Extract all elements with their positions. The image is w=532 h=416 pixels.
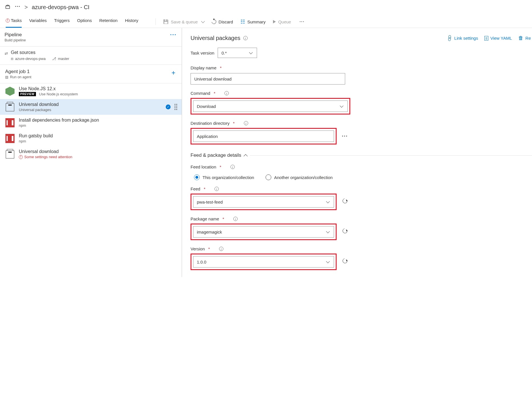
info-icon[interactable]: i <box>233 217 238 221</box>
play-icon <box>273 20 276 23</box>
pipeline-tree: Pipeline Build pipeline ··· ⇄ Get source… <box>0 28 182 277</box>
toolbar-overflow[interactable]: ··· <box>300 19 305 24</box>
task-npm-install[interactable]: Install dependencies from package.json n… <box>0 115 182 130</box>
task-title: Install dependencies from package.json <box>19 118 99 123</box>
drag-handle[interactable] <box>175 104 177 110</box>
breadcrumb-separator: > <box>25 4 28 11</box>
server-icon <box>5 75 8 79</box>
tab-tasks[interactable]: ! Tasks <box>6 16 22 28</box>
chevron-down-icon <box>326 260 330 263</box>
agent-job-row[interactable]: Agent job 1 Run on agent + <box>0 65 182 83</box>
save-icon <box>163 19 169 24</box>
tab-retention[interactable]: Retention <box>99 16 118 28</box>
refresh-version-button[interactable] <box>341 256 349 265</box>
required-asterisk: * <box>208 246 210 251</box>
alert-icon: ! <box>19 155 23 159</box>
queue-button[interactable]: Queue <box>273 19 291 24</box>
radio-other-org[interactable]: Another organization/collection <box>266 174 333 180</box>
highlighted-box <box>191 128 337 144</box>
check-icon: ✓ <box>166 104 171 109</box>
save-queue-button[interactable]: Save & queue <box>163 19 204 24</box>
package-icon <box>5 102 15 112</box>
version-select[interactable]: 1.0.0 <box>193 256 334 268</box>
add-task-button[interactable]: + <box>171 69 175 77</box>
highlighted-box: 1.0.0 <box>191 254 337 270</box>
action-label: View YAML <box>490 36 512 41</box>
task-node[interactable]: Use Node.JS 12.x PREVIEWUse Node.js ecos… <box>0 83 182 99</box>
select-value: Download <box>197 104 216 109</box>
feed-label: Feed <box>191 186 200 191</box>
button-label: Summary <box>247 19 266 24</box>
task-title: Use Node.JS 12.x <box>19 86 78 91</box>
list-icon: ☷ <box>240 19 245 25</box>
feed-select[interactable]: pwa-test-feed <box>193 196 334 208</box>
action-label: Re <box>525 36 531 41</box>
breadcrumb-more[interactable]: ··· <box>15 3 21 10</box>
task-gatsby-build[interactable]: Run gatsby build npm <box>0 130 182 146</box>
tab-history[interactable]: History <box>125 16 138 28</box>
version-label: Version <box>191 246 205 251</box>
required-asterisk: * <box>222 216 224 221</box>
branch-icon: ⎇ <box>52 57 56 61</box>
feed-location-label: Feed location <box>191 164 216 169</box>
package-name-label: Package name <box>191 216 219 221</box>
tab-label: Tasks <box>11 18 22 23</box>
required-asterisk: * <box>220 164 221 169</box>
info-icon[interactable]: i <box>219 247 223 251</box>
task-subtitle: npm <box>19 123 99 128</box>
command-select[interactable]: Download <box>193 101 348 112</box>
pipeline-header[interactable]: Pipeline Build pipeline ··· <box>0 28 182 47</box>
toolbar-separator <box>155 18 156 25</box>
required-asterisk: * <box>220 65 222 70</box>
display-name-input[interactable] <box>191 73 345 85</box>
nodejs-icon <box>5 87 15 96</box>
npm-icon <box>5 134 15 143</box>
package-name-select[interactable]: imagemagick <box>193 226 334 238</box>
highlighted-box: Download <box>191 98 350 114</box>
breadcrumb: ··· > azure-devops-pwa - CI <box>0 0 532 16</box>
pipeline-more[interactable]: ··· <box>170 31 177 38</box>
task-version-select[interactable]: 0.* <box>218 48 257 58</box>
info-icon[interactable]: i <box>244 121 248 125</box>
summary-button[interactable]: ☷ Summary <box>240 19 266 25</box>
yaml-icon <box>484 36 488 41</box>
section-divider <box>250 155 532 156</box>
link-settings-button[interactable]: 🔗 Link settings <box>447 35 478 41</box>
dest-dir-input[interactable] <box>193 130 334 142</box>
task-universal-download-2[interactable]: Universal download !Some settings need a… <box>0 146 182 162</box>
package-icon <box>5 149 15 159</box>
tab-triggers[interactable]: Triggers <box>54 16 70 28</box>
task-title: Universal download <box>19 102 59 107</box>
refresh-feed-button[interactable] <box>341 196 349 205</box>
task-subtitle: PREVIEWUse Node.js ecosystem <box>19 92 78 96</box>
info-icon[interactable]: i <box>224 91 229 95</box>
npm-icon <box>5 118 15 128</box>
button-label: Queue <box>278 19 291 24</box>
view-yaml-button[interactable]: View YAML <box>484 35 512 41</box>
svg-rect-0 <box>6 6 10 9</box>
discard-button[interactable]: Discard <box>212 19 233 24</box>
action-label: Link settings <box>454 36 478 41</box>
toolbar: Save & queue Discard ☷ Summary Queue ··· <box>155 18 305 25</box>
section-feed-details[interactable]: Feed & package details <box>191 152 532 158</box>
breadcrumb-title[interactable]: azure-devops-pwa - CI <box>32 4 89 11</box>
task-subtitle: Universal packages <box>19 108 59 112</box>
info-icon[interactable]: i <box>230 165 235 169</box>
task-settings-panel: Universal packages i 🔗 Link settings Vie… <box>182 28 532 277</box>
preview-badge: PREVIEW <box>19 92 36 96</box>
tab-variables[interactable]: Variables <box>29 16 46 28</box>
info-icon[interactable]: i <box>243 36 248 40</box>
get-sources-row[interactable]: ⇄ Get sources ⧈azure-devops-pwa ⎇master <box>0 47 182 65</box>
tab-list: ! Tasks Variables Triggers Options Reten… <box>6 16 138 28</box>
select-value: 1.0.0 <box>197 260 206 264</box>
task-universal-download[interactable]: Universal download Universal packages ✓ <box>0 99 182 115</box>
button-label: Save & queue <box>171 19 198 24</box>
remove-task-button[interactable]: 🗑 Re <box>518 35 531 41</box>
info-icon[interactable]: i <box>215 187 219 191</box>
dest-dir-label: Destination directory <box>191 121 230 126</box>
radio-this-org[interactable]: This organization/collection <box>194 174 254 180</box>
refresh-package-button[interactable] <box>341 226 349 235</box>
tab-options[interactable]: Options <box>77 16 92 28</box>
required-asterisk: * <box>204 186 205 191</box>
browse-button[interactable]: ··· <box>341 132 349 140</box>
